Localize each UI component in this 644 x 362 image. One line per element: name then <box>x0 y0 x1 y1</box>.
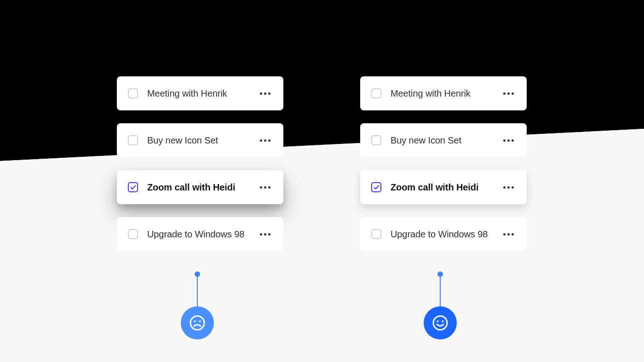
more-icon[interactable] <box>501 91 516 97</box>
task-label: Upgrade to Windows 98 <box>391 229 492 240</box>
svg-point-5 <box>433 316 447 330</box>
task-label: Meeting with Henrik <box>391 88 492 99</box>
checkbox-icon[interactable] <box>128 88 138 98</box>
svg-point-2 <box>190 316 204 330</box>
task-card-selected[interactable]: Zoom call with Heidi <box>360 170 527 204</box>
task-card-selected[interactable]: Zoom call with Heidi <box>117 170 283 204</box>
sad-face-icon <box>181 306 214 339</box>
happy-face-icon <box>424 306 457 339</box>
task-label: Zoom call with Heidi <box>391 182 492 193</box>
indicator-happy <box>424 271 457 339</box>
task-card[interactable]: Upgrade to Windows 98 <box>360 217 527 251</box>
more-icon[interactable] <box>258 184 272 190</box>
more-icon[interactable] <box>501 231 516 237</box>
more-icon[interactable] <box>501 184 516 190</box>
more-icon[interactable] <box>258 91 272 97</box>
task-card[interactable]: Meeting with Henrik <box>117 76 283 110</box>
indicator-line <box>197 277 198 306</box>
more-icon[interactable] <box>501 138 516 144</box>
task-card[interactable]: Meeting with Henrik <box>360 76 527 110</box>
checkbox-icon[interactable] <box>371 88 381 98</box>
task-label: Upgrade to Windows 98 <box>147 229 249 240</box>
task-card[interactable]: Upgrade to Windows 98 <box>117 217 283 251</box>
task-label: Zoom call with Heidi <box>147 182 249 193</box>
task-label: Meeting with Henrik <box>147 88 249 99</box>
task-card[interactable]: Buy new Icon Set <box>117 123 283 157</box>
checkbox-icon[interactable] <box>128 229 138 239</box>
svg-point-7 <box>442 321 444 322</box>
checkbox-icon[interactable] <box>128 135 138 145</box>
checkbox-checked-icon[interactable] <box>128 182 138 192</box>
checkbox-icon[interactable] <box>371 229 381 239</box>
indicator-line <box>440 277 441 306</box>
indicator-sad <box>181 271 214 339</box>
task-card[interactable]: Buy new Icon Set <box>360 123 527 157</box>
indicator-dot-icon <box>195 271 200 277</box>
task-list-right: Meeting with Henrik Buy new Icon Set Zoo… <box>360 76 527 251</box>
checkbox-checked-icon[interactable] <box>371 182 381 192</box>
more-icon[interactable] <box>258 231 272 237</box>
svg-point-4 <box>199 321 201 322</box>
indicator-dot-icon <box>437 271 443 277</box>
checkbox-icon[interactable] <box>371 135 381 145</box>
task-list-left: Meeting with Henrik Buy new Icon Set Zoo… <box>117 76 283 251</box>
svg-point-6 <box>437 321 439 322</box>
task-label: Buy new Icon Set <box>391 135 492 146</box>
task-label: Buy new Icon Set <box>147 135 249 146</box>
more-icon[interactable] <box>258 138 272 144</box>
svg-point-3 <box>194 321 196 322</box>
